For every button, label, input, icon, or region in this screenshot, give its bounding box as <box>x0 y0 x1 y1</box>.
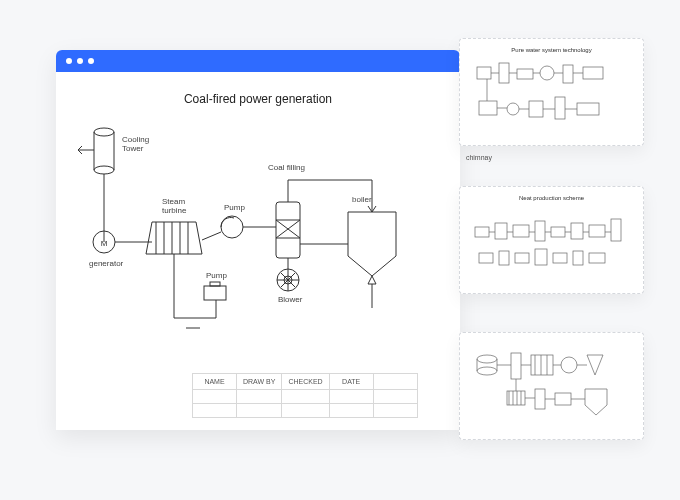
template-thumbnail[interactable]: Pure water system technology <box>459 38 644 146</box>
svg-point-95 <box>561 357 577 373</box>
svg-rect-76 <box>553 253 567 263</box>
svg-line-22 <box>276 220 300 238</box>
svg-marker-30 <box>348 212 396 276</box>
titlebar <box>56 50 460 72</box>
svg-point-0 <box>94 128 114 136</box>
th-date: DATE <box>329 374 373 390</box>
table-row: NAME DRAW BY CHECKED DATE <box>193 374 418 390</box>
svg-point-89 <box>477 367 497 375</box>
svg-rect-78 <box>589 253 605 263</box>
svg-rect-49 <box>479 101 497 115</box>
template-thumbnail[interactable] <box>459 332 644 440</box>
svg-rect-103 <box>555 393 571 405</box>
th-name: NAME <box>193 374 237 390</box>
svg-rect-48 <box>583 67 603 79</box>
svg-marker-9 <box>146 222 202 254</box>
svg-rect-97 <box>507 391 525 405</box>
svg-rect-64 <box>475 227 489 237</box>
svg-point-50 <box>507 103 519 115</box>
svg-line-27 <box>281 273 295 287</box>
thumbnail-title: Pure water system technology <box>468 47 635 53</box>
svg-text:M: M <box>101 239 108 248</box>
window-dot-icon <box>66 58 72 64</box>
svg-rect-52 <box>555 97 565 119</box>
svg-point-86 <box>477 355 497 363</box>
svg-rect-67 <box>535 221 545 241</box>
window-dot-icon <box>88 58 94 64</box>
svg-point-3 <box>94 166 114 174</box>
svg-rect-91 <box>531 355 553 375</box>
svg-point-24 <box>284 276 292 284</box>
pump-label: Pump <box>224 204 245 213</box>
th-checked: CHECKED <box>282 374 329 390</box>
svg-rect-72 <box>479 253 493 263</box>
svg-line-21 <box>276 220 300 238</box>
svg-rect-38 <box>210 282 220 286</box>
title-block-table: NAME DRAW BY CHECKED DATE <box>192 373 418 418</box>
svg-rect-47 <box>563 65 573 83</box>
svg-rect-37 <box>204 286 226 300</box>
th-extra <box>373 374 417 390</box>
svg-line-16 <box>202 232 221 240</box>
steam-turbine-label: Steam turbine <box>162 198 186 216</box>
boiler-label: boiler <box>352 196 372 205</box>
blower-label: Blower <box>278 296 302 305</box>
svg-rect-66 <box>513 225 529 237</box>
chimney-label: chimnay <box>466 154 492 161</box>
svg-rect-68 <box>551 227 565 237</box>
svg-rect-70 <box>589 225 605 237</box>
svg-rect-73 <box>499 251 509 265</box>
svg-rect-90 <box>511 353 521 379</box>
svg-marker-96 <box>587 355 603 375</box>
svg-rect-18 <box>276 202 300 258</box>
diagram-window: Coal-fired power generation M <box>56 50 460 430</box>
generator-label: generator <box>89 260 123 269</box>
pump2-label: Pump <box>206 272 227 281</box>
svg-rect-77 <box>573 251 583 265</box>
coal-filling-label: Coal filling <box>268 164 305 173</box>
svg-point-15 <box>221 216 243 238</box>
thumbnail-diagram-icon <box>469 345 634 429</box>
svg-rect-51 <box>529 101 543 117</box>
svg-point-23 <box>277 269 299 291</box>
thumbnail-diagram-icon <box>469 205 634 283</box>
svg-point-46 <box>540 66 554 80</box>
table-row <box>193 404 418 418</box>
svg-rect-69 <box>571 223 583 239</box>
thumbnail-diagram-icon <box>469 57 634 135</box>
svg-line-28 <box>281 273 295 287</box>
svg-marker-104 <box>585 389 607 415</box>
svg-rect-43 <box>477 67 491 79</box>
template-thumbnail[interactable]: Neat production scheme <box>459 186 644 294</box>
svg-rect-65 <box>495 223 507 239</box>
window-dot-icon <box>77 58 83 64</box>
svg-rect-74 <box>515 253 529 263</box>
th-drawby: DRAW BY <box>237 374 282 390</box>
svg-rect-53 <box>577 103 599 115</box>
table-row <box>193 390 418 404</box>
svg-rect-44 <box>499 63 509 83</box>
svg-point-6 <box>93 231 115 253</box>
thumbnail-title: Neat production scheme <box>468 195 635 201</box>
svg-rect-102 <box>535 389 545 409</box>
svg-marker-35 <box>368 276 376 284</box>
cooling-tower-label: Cooling Tower <box>122 136 149 154</box>
svg-rect-75 <box>535 249 547 265</box>
diagram-canvas[interactable]: Coal-fired power generation M <box>56 72 460 430</box>
diagram-title: Coal-fired power generation <box>56 92 460 106</box>
svg-rect-45 <box>517 69 533 79</box>
svg-rect-71 <box>611 219 621 241</box>
